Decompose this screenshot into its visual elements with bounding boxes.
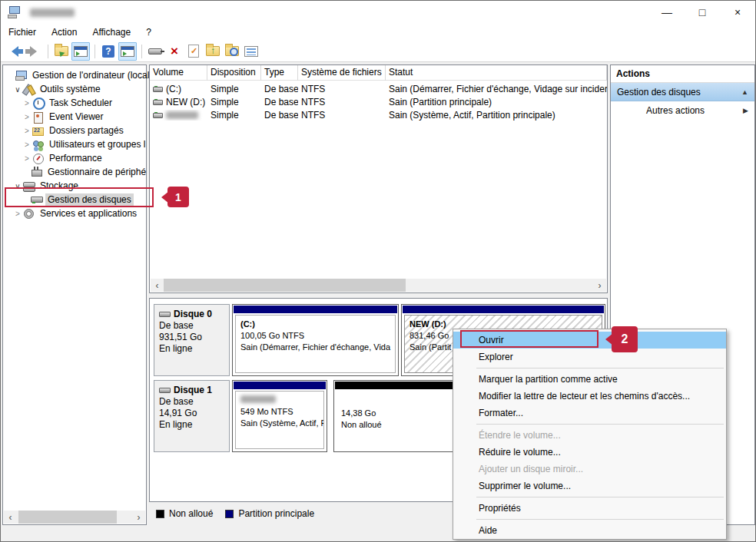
remote-device-icon[interactable] — [146, 42, 164, 61]
menu-action[interactable]: Action — [44, 24, 85, 41]
annotation-number: 1 — [167, 187, 189, 207]
chevron-expanded-icon[interactable] — [14, 85, 22, 94]
menu-separator — [476, 368, 724, 368]
show-action-pane-icon[interactable] — [118, 42, 137, 61]
users-icon — [32, 139, 44, 150]
partition-system-blurred[interactable]: 549 Mo NTFS Sain (Système, Actif, P — [232, 380, 327, 452]
show-console-tree-icon[interactable] — [71, 42, 90, 61]
tree-item-label: Services et applications — [38, 207, 139, 220]
disk-type: De base — [159, 396, 224, 408]
annotation-badge-step1: 1 — [155, 187, 189, 207]
drive-icon — [153, 113, 163, 118]
minimize-button[interactable]: — — [649, 1, 685, 24]
volume-table-header: Volume Disposition Type Système de fichi… — [150, 65, 607, 81]
chevron-collapsed-icon[interactable] — [14, 210, 22, 218]
disk-icon — [159, 388, 171, 393]
event-log-icon — [32, 111, 44, 122]
properties-icon[interactable] — [242, 42, 260, 61]
disk-size: 14,91 Go — [159, 408, 224, 419]
scroll-track[interactable] — [17, 511, 132, 524]
volume-horizontal-scrollbar[interactable]: ‹ › — [151, 279, 606, 292]
tree-item-gestionnaire-peripheriques[interactable]: Gestionnaire de périphé — [31, 165, 148, 179]
context-menu-explorer[interactable]: Explorer — [453, 349, 726, 365]
tree-item-outils-systeme[interactable]: Outils système — [14, 82, 103, 96]
menu-help[interactable]: ? — [138, 24, 159, 41]
delete-icon[interactable]: × — [165, 42, 184, 61]
gauge-icon — [32, 153, 44, 164]
actions-item-label: Autres actions — [646, 105, 743, 116]
volume-name-blurred — [166, 111, 198, 119]
partition-status: Sain (Démarrer, Fichier d'échange, Vida — [240, 342, 390, 353]
volume-row-blurred[interactable]: Simple De base NTFS Sain (Système, Actif… — [150, 108, 607, 121]
tree-item-label: Gestionnaire de périphé — [45, 166, 148, 178]
tree-horizontal-scrollbar[interactable]: ‹ › — [4, 511, 145, 524]
scroll-right-icon[interactable]: › — [593, 279, 606, 292]
checklist-document-icon[interactable] — [184, 42, 203, 61]
actions-section-gestion-des-disques[interactable]: Gestion des disques ▲ — [611, 83, 754, 101]
column-header-filesystem[interactable]: Système de fichiers — [298, 65, 386, 81]
context-menu-aide[interactable]: Aide — [453, 522, 726, 539]
column-header-disposition[interactable]: Disposition — [207, 65, 261, 81]
chevron-collapsed-icon[interactable] — [23, 127, 31, 135]
collapse-up-icon[interactable]: ▲ — [741, 88, 748, 96]
context-menu-proprietes[interactable]: Propriétés — [453, 500, 726, 517]
disk1-label-box[interactable]: Disque 1 De base 14,91 Go En ligne — [154, 380, 230, 452]
annotation-badge-step2: 2 — [599, 326, 638, 352]
tree-item-services-applications[interactable]: Services et applications — [14, 207, 139, 220]
context-menu-supprimer-volume[interactable]: Supprimer le volume... — [453, 478, 726, 494]
folder-find-icon[interactable] — [223, 42, 241, 61]
disk-type: De base — [159, 320, 224, 332]
column-header-type[interactable]: Type — [261, 65, 298, 81]
tree-item-dossiers-partages[interactable]: Dossiers partagés — [23, 124, 126, 137]
actions-item-autres-actions[interactable]: Autres actions ▶ — [611, 101, 754, 120]
tree-item-computer-management[interactable]: Gestion de l'ordinateur (local) — [6, 68, 154, 82]
partition-status: Sain (Système, Actif, P — [240, 418, 319, 429]
help-icon[interactable]: ? — [99, 42, 118, 61]
scroll-left-icon[interactable]: ‹ — [4, 511, 17, 524]
scroll-thumb[interactable] — [164, 279, 406, 292]
volume-row-new-d[interactable]: NEW (D:) Simple De base NTFS Sain (Parti… — [150, 95, 607, 108]
legend-unallocated-swatch — [156, 510, 164, 518]
menu-affichage[interactable]: Affichage — [85, 24, 138, 41]
volume-statut: Sain (Partition principale) — [386, 97, 607, 107]
context-menu-modifier-lettre[interactable]: Modifier la lettre de lecteur et les che… — [453, 388, 726, 405]
partition-c[interactable]: (C:) 100,05 Go NTFS Sain (Démarrer, Fich… — [232, 304, 399, 376]
chevron-collapsed-icon[interactable] — [23, 154, 31, 163]
maximize-button[interactable]: □ — [685, 1, 720, 24]
title-bar: — □ × — [1, 1, 755, 24]
folder-up-icon[interactable] — [204, 42, 222, 61]
volume-row-c[interactable]: (C:) Simple De base NTFS Sain (Démarrer,… — [150, 82, 607, 95]
chevron-collapsed-icon[interactable] — [23, 113, 31, 121]
tree-item-label: Performance — [47, 152, 104, 164]
tree-item-task-scheduler[interactable]: Task Scheduler — [23, 96, 114, 110]
scroll-right-icon[interactable]: › — [132, 511, 145, 524]
toolbar-separator — [94, 45, 95, 58]
column-header-volume[interactable]: Volume — [150, 65, 207, 81]
volume-type: De base — [261, 97, 298, 107]
drive-icon — [153, 100, 163, 105]
volume-filesystem: NTFS — [298, 97, 386, 107]
chevron-collapsed-icon[interactable] — [23, 140, 31, 149]
tree-item-utilisateurs-groupes[interactable]: Utilisateurs et groupes l — [23, 137, 148, 151]
disk-status: En ligne — [159, 343, 224, 355]
context-menu-marquer-active[interactable]: Marquer la partition comme active — [453, 371, 726, 388]
volume-filesystem: NTFS — [298, 84, 386, 94]
scroll-left-icon[interactable]: ‹ — [151, 279, 164, 292]
column-header-statut[interactable]: Statut — [386, 65, 607, 81]
export-folder-icon[interactable] — [52, 42, 71, 61]
volume-name: NEW (D:) — [166, 97, 205, 107]
back-icon[interactable] — [5, 42, 24, 61]
partition-type-bar — [403, 306, 604, 313]
disk0-label-box[interactable]: Disque 0 De base 931,51 Go En ligne — [154, 304, 230, 376]
volume-disposition: Simple — [207, 84, 261, 94]
close-button[interactable]: × — [720, 1, 755, 24]
context-menu-reduire-volume[interactable]: Réduire le volume... — [453, 444, 726, 461]
context-menu-formater[interactable]: Formater... — [453, 405, 726, 421]
tree-item-performance[interactable]: Performance — [23, 151, 104, 165]
menu-fichier[interactable]: Fichier — [1, 24, 44, 41]
forward-icon[interactable] — [25, 42, 43, 61]
scroll-track[interactable] — [164, 279, 593, 292]
scroll-thumb[interactable] — [18, 511, 117, 524]
tree-item-event-viewer[interactable]: Event Viewer — [23, 110, 105, 124]
chevron-collapsed-icon[interactable] — [23, 99, 31, 107]
